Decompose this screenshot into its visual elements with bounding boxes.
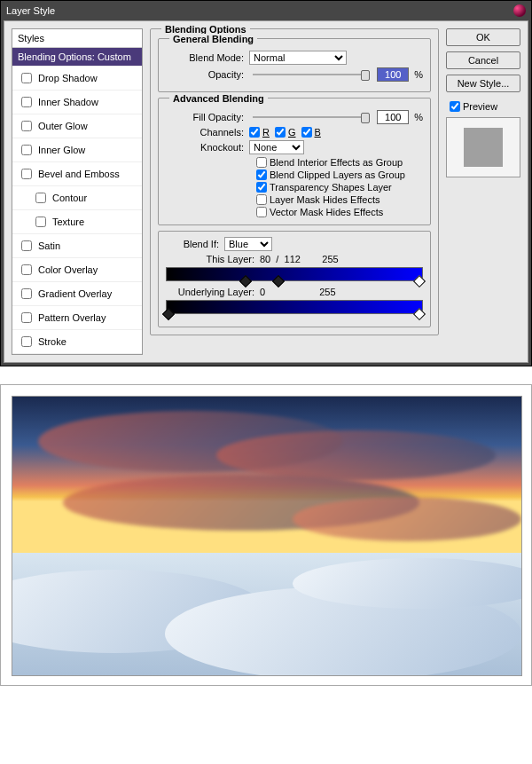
options-panel: Blending Options General Blending Blend … xyxy=(150,28,439,355)
opacity-input[interactable] xyxy=(377,67,409,82)
style-item-inner-shadow[interactable]: Inner Shadow xyxy=(12,91,142,114)
this-layer-gradient[interactable] xyxy=(166,267,423,281)
adv-opt-opt3[interactable]: Transparency Shapes Layer xyxy=(256,182,423,193)
preview-checkbox[interactable]: Preview xyxy=(450,101,520,112)
advanced-blending-group: Advanced Blending Fill Opacity: % Channe… xyxy=(158,98,431,225)
styles-panel: Styles Blending Options: CustomDrop Shad… xyxy=(12,28,143,355)
styles-header[interactable]: Styles xyxy=(12,29,142,48)
style-item-outer-glow[interactable]: Outer Glow xyxy=(12,114,142,138)
title-orb-icon xyxy=(513,4,526,17)
blend-if-label: Blend If: xyxy=(166,239,219,249)
style-item-gradient-overlay[interactable]: Gradient Overlay xyxy=(12,282,142,306)
blend-if-select[interactable]: Blue xyxy=(224,237,272,251)
style-item-bevel-and-emboss[interactable]: Bevel and Emboss xyxy=(12,162,142,186)
style-checkbox[interactable] xyxy=(21,97,32,107)
opacity-slider[interactable] xyxy=(253,69,368,80)
blend-mode-select[interactable]: Normal xyxy=(249,51,347,65)
style-label: Inner Shadow xyxy=(38,97,98,107)
fill-opacity-label: Fill Opacity: xyxy=(166,112,244,122)
adv-opt-opt2[interactable]: Blend Clipped Layers as Group xyxy=(256,169,423,180)
adv-opt-opt1[interactable]: Blend Interior Effects as Group xyxy=(256,157,423,168)
style-label: Outer Glow xyxy=(38,121,88,131)
landscape-image xyxy=(12,396,522,676)
opacity-unit: % xyxy=(414,69,423,80)
style-checkbox[interactable] xyxy=(21,73,32,83)
knockout-label: Knockout: xyxy=(166,142,244,153)
this-layer-values: 80 / 112 255 xyxy=(260,254,339,264)
cancel-button[interactable]: Cancel xyxy=(446,51,520,69)
style-label: Drop Shadow xyxy=(38,73,98,83)
new-style-button[interactable]: New Style... xyxy=(446,75,520,92)
knockout-select[interactable]: None xyxy=(249,140,304,154)
style-label: Texture xyxy=(52,217,84,227)
style-item-drop-shadow[interactable]: Drop Shadow xyxy=(12,67,142,91)
style-checkbox[interactable] xyxy=(21,264,32,275)
fill-opacity-unit: % xyxy=(414,112,423,122)
style-checkbox[interactable] xyxy=(21,288,32,299)
style-checkbox[interactable] xyxy=(21,240,32,251)
style-checkbox[interactable] xyxy=(21,121,32,131)
general-blending-legend: General Blending xyxy=(169,34,257,44)
style-item-satin[interactable]: Satin xyxy=(12,234,142,258)
style-checkbox[interactable] xyxy=(35,217,46,227)
blend-if-group: Blend If: Blue This Layer: 80 / 112 255 xyxy=(158,231,431,327)
style-checkbox[interactable] xyxy=(21,312,32,323)
dialog-title: Layer Style xyxy=(6,5,55,16)
style-label: Satin xyxy=(38,240,60,251)
style-item-stroke[interactable]: Stroke xyxy=(12,330,142,354)
style-checkbox[interactable] xyxy=(21,336,32,347)
channel-b-checkbox[interactable]: B xyxy=(301,127,321,138)
style-label: Color Overlay xyxy=(38,264,98,275)
style-label: Bevel and Emboss xyxy=(38,169,120,179)
style-item-blending-options-custom[interactable]: Blending Options: Custom xyxy=(12,48,142,67)
result-image-panel xyxy=(0,384,532,686)
style-item-pattern-overlay[interactable]: Pattern Overlay xyxy=(12,306,142,330)
style-checkbox[interactable] xyxy=(35,193,46,203)
style-item-contour[interactable]: Contour xyxy=(12,186,142,210)
blending-options-group: Blending Options General Blending Blend … xyxy=(150,28,439,335)
style-item-inner-glow[interactable]: Inner Glow xyxy=(12,138,142,162)
fill-opacity-slider[interactable] xyxy=(253,112,368,122)
style-label: Pattern Overlay xyxy=(38,312,106,323)
fill-opacity-input[interactable] xyxy=(377,110,409,124)
channels-label: Channels: xyxy=(166,127,244,138)
style-item-texture[interactable]: Texture xyxy=(12,210,142,234)
ok-button[interactable]: OK xyxy=(446,28,520,46)
style-label: Contour xyxy=(52,193,87,203)
buttons-panel: OK Cancel New Style... Preview xyxy=(446,28,520,355)
opacity-label: Opacity: xyxy=(166,69,244,80)
preview-swatch xyxy=(446,117,520,177)
advanced-blending-legend: Advanced Blending xyxy=(169,93,268,104)
style-checkbox[interactable] xyxy=(21,145,32,155)
adv-opt-opt4[interactable]: Layer Mask Hides Effects xyxy=(256,194,423,205)
style-label: Inner Glow xyxy=(38,145,85,155)
layer-style-dialog: Layer Style Styles Blending Options: Cus… xyxy=(0,0,532,366)
general-blending-group: General Blending Blend Mode: Normal Opac… xyxy=(158,38,431,92)
style-checkbox[interactable] xyxy=(21,169,32,179)
style-label: Stroke xyxy=(38,336,66,347)
channel-r-checkbox[interactable]: R xyxy=(249,127,270,138)
titlebar: Layer Style xyxy=(1,1,531,20)
this-layer-label: This Layer: xyxy=(166,254,254,264)
style-label: Blending Options: Custom xyxy=(18,51,131,62)
style-item-color-overlay[interactable]: Color Overlay xyxy=(12,258,142,282)
underlying-layer-values: 0 255 xyxy=(260,287,336,297)
underlying-layer-label: Underlying Layer: xyxy=(166,287,254,297)
style-label: Gradient Overlay xyxy=(38,288,112,299)
blend-mode-label: Blend Mode: xyxy=(166,52,244,63)
underlying-layer-gradient[interactable] xyxy=(166,300,423,314)
adv-opt-opt5[interactable]: Vector Mask Hides Effects xyxy=(256,207,423,217)
channel-g-checkbox[interactable]: G xyxy=(275,127,296,138)
